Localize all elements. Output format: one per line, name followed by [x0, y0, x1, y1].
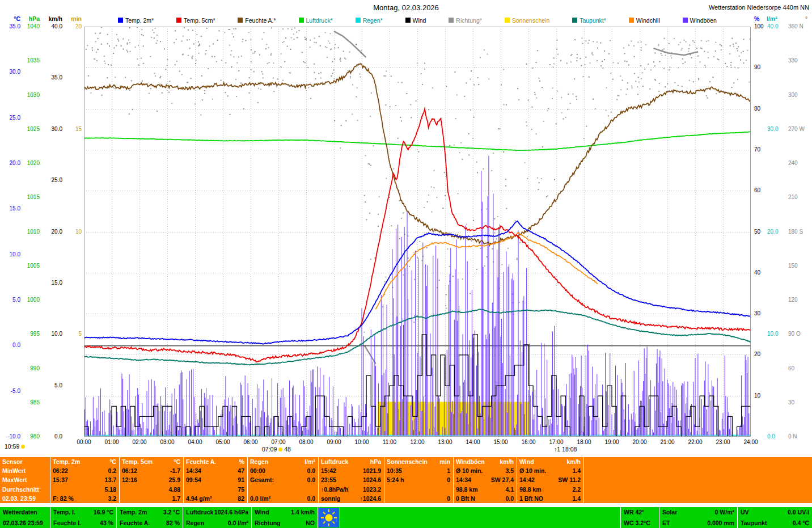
weather-row-label: Wetterdaten	[0, 507, 50, 518]
sensor-cell: sonnig↑1024.6	[319, 494, 384, 503]
axis-tick: 25.0	[10, 115, 20, 121]
sensor-cell-label: 5:24 h	[387, 476, 404, 483]
legend-swatch-icon	[238, 18, 243, 23]
sensor-column: Feuchte A.%14:344709:5491754.94 g/m³82	[183, 457, 247, 503]
sensor-cell: 75	[184, 485, 247, 494]
sun-icon	[319, 508, 339, 527]
legend-label: Regen*	[363, 17, 383, 24]
weather-field-value: 0 W/m²	[715, 509, 734, 516]
sunset-annotation: ↑1 18:08	[554, 446, 577, 453]
legend-label: Feuchte A.*	[245, 17, 276, 24]
weather-field: Regen0.0 l/m²	[183, 518, 251, 528]
sensor-cell-value: 0.0	[307, 495, 315, 502]
sensor-column-name: Windböen	[456, 458, 485, 465]
legend-swatch-icon	[356, 18, 361, 23]
sensor-column-name: Temp. 2m	[53, 458, 80, 465]
sensor-cell: 10:351	[384, 466, 453, 475]
sensor-cell-label: 0.0 l/m²	[250, 495, 270, 502]
axis-tick: 20	[754, 351, 760, 358]
legend-swatch-icon	[299, 18, 304, 23]
sensor-cell: Ø 10 min.1.4	[517, 466, 583, 475]
sensor-cell: 14:34SW 27.4	[454, 475, 517, 484]
sensor-column-name: Regen	[250, 458, 268, 465]
x-axis-tick: 12:00	[404, 439, 431, 445]
sensor-cell: 23:551024.6	[319, 475, 384, 484]
axis-tick: 70	[754, 146, 760, 153]
axis-tick: 40	[754, 269, 760, 276]
sensor-cell-label: 09:54	[186, 476, 201, 483]
axis-tick: 120	[788, 297, 798, 303]
sensor-cell-value: -1.7	[170, 467, 180, 474]
sunrise-annotation: 07:09 48	[262, 446, 291, 453]
sensor-cell: 00:000.0	[248, 466, 318, 475]
sensor-row-label: Sensor	[0, 457, 50, 466]
axis-tick: 50	[754, 229, 760, 235]
legend-label: Sonnenschein	[512, 17, 550, 24]
axis-unit-label: km/h	[48, 15, 62, 22]
weather-field-label: Richtung	[255, 519, 281, 526]
axis-tick: 1005	[27, 263, 40, 269]
sensor-column-name: Sonnenschein	[387, 458, 428, 465]
weather-field: WR 42°	[621, 507, 659, 518]
axis-tick: 30	[788, 399, 794, 406]
sensor-cell-value: 82	[238, 495, 244, 502]
axis-tick: 20.0	[10, 160, 20, 167]
sunset-time: 18:08	[562, 446, 577, 453]
sensor-cell-label: 10:35	[387, 467, 402, 474]
page-title: Montag, 02.03.2026	[0, 3, 812, 12]
axis-unit-label: %	[754, 15, 759, 22]
sensor-column-name: Wind	[519, 458, 534, 465]
sensor-cell: 0 Bft N0.0	[454, 494, 517, 503]
sensor-cell-value: SW 11.2	[558, 476, 581, 483]
weather-field: Temp. I.16.9 °C	[50, 507, 116, 518]
sensor-cell: Ø 10 min.3.5	[454, 466, 517, 475]
sensor-cell-value: 0.0	[505, 495, 514, 502]
axis-tick: 60	[754, 187, 760, 194]
axis-tick: 1035	[27, 57, 40, 64]
weather-field-label: UV	[741, 509, 749, 516]
sensor-table-filler	[583, 457, 812, 503]
axis-tick: 20.0	[52, 229, 62, 235]
axis-tick: 15	[75, 126, 82, 133]
sensor-cell-value: ↑1024.6	[360, 495, 381, 502]
sensor-cell: 1.7	[120, 494, 183, 503]
sensor-cell-value: 4.88	[169, 486, 180, 493]
sensor-column: Sonnenscheinmin10:3515:24 h00	[384, 457, 453, 503]
weather-field: Feuchte A.82 %	[117, 518, 183, 528]
axis-tick: 1010	[27, 229, 40, 235]
weather-station-app: Montag, 02.03.2026 Wetterstation Nieders…	[0, 0, 812, 528]
sensor-cell-label: 15:42	[321, 467, 336, 474]
legend-label: Temp. 2m*	[125, 17, 154, 24]
axis-tick: 35.0	[10, 23, 20, 30]
axis-unit-label: °C	[14, 15, 20, 22]
legend-swatch-icon	[176, 18, 181, 23]
legend-item: Luftdruck*	[299, 16, 333, 24]
weather-field-label: Luftdruck	[186, 509, 213, 516]
sensor-cell-label: ↑0.8hPa/h	[321, 486, 348, 493]
sensor-cell: 4.88	[120, 485, 183, 494]
weather-field-label: ET	[662, 519, 670, 526]
x-axis-tick: 20:00	[626, 439, 653, 445]
axis-tick: 10.0	[10, 251, 20, 258]
weather-chart-plot[interactable]	[84, 27, 751, 437]
up-arrow-icon: ↑1	[554, 446, 560, 453]
axis-tick: -10.0	[7, 433, 20, 440]
moon-time: 10:59	[5, 443, 19, 450]
weather-field-value: 1.4 km/h	[291, 509, 315, 516]
legend-item: Sonnenschein	[505, 16, 550, 24]
weather-symbol-cell	[318, 507, 340, 528]
sensor-cell: F: 82 %3.2	[50, 494, 119, 503]
sensor-column: Temp. 5cm°C06:12-1.712:1625.94.881.7	[119, 457, 183, 503]
axis-tick: 10.0	[52, 331, 62, 337]
sensor-cell-value: 1023.2	[363, 486, 381, 493]
sensor-cell-value: 5.18	[105, 486, 116, 493]
sensor-cell-value: 1021.9	[363, 467, 381, 474]
x-axis-tick: 18:00	[570, 439, 598, 445]
x-axis-tick: 11:00	[376, 439, 403, 445]
sensor-cell-label: 4.94 g/m³	[186, 495, 212, 502]
weather-field: Wind1.4 km/h	[252, 507, 318, 518]
sensor-cell-value: 0.2	[108, 467, 116, 474]
weather-field-value: 0.0 l/m²	[228, 519, 248, 526]
sensor-cell-label: 23:55	[321, 476, 336, 483]
sunrise-extra: 48	[284, 446, 291, 453]
